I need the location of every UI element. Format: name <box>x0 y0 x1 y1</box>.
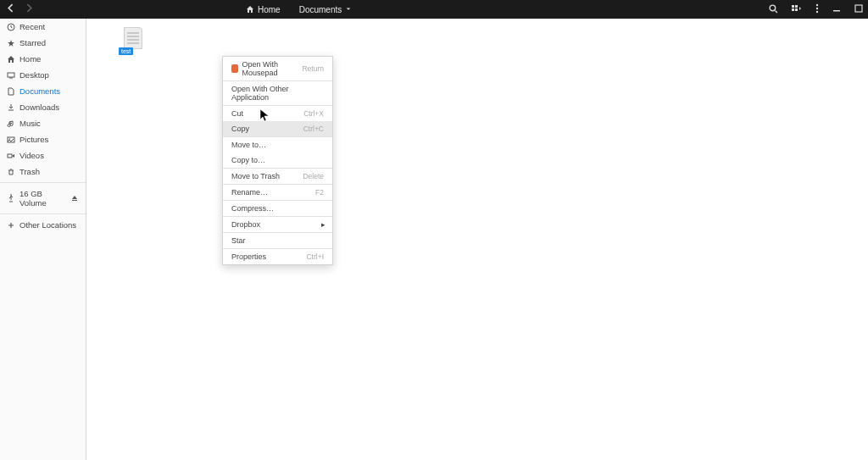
sidebar-divider <box>0 213 86 214</box>
ctx-cut[interactable]: CutCtrl+X <box>223 106 332 121</box>
svg-point-0 <box>770 5 776 11</box>
ctx-accel: Ctrl+I <box>306 252 324 261</box>
ctx-label: Compress… <box>231 204 274 213</box>
sidebar-other-locations[interactable]: Other Locations <box>0 217 86 233</box>
usb-icon <box>7 194 15 202</box>
home-icon <box>7 55 15 64</box>
eject-icon[interactable] <box>70 194 79 202</box>
sidebar-item-trash[interactable]: Trash <box>0 163 86 180</box>
nav-forward-button <box>24 3 33 14</box>
chevron-right-icon: ▸ <box>321 220 326 229</box>
ctx-label: Move to… <box>231 141 266 149</box>
ctx-accel: F2 <box>315 188 324 197</box>
ctx-label: Dropbox <box>231 220 260 229</box>
menu-button[interactable] <box>815 3 819 15</box>
breadcrumb-home[interactable]: Home <box>242 3 284 16</box>
file-label[interactable]: test <box>119 47 133 55</box>
sidebar-item-home[interactable]: Home <box>0 51 86 67</box>
ctx-accel: Ctrl+C <box>303 125 324 133</box>
minimize-button[interactable] <box>832 4 841 14</box>
breadcrumb-label: Home <box>258 5 281 14</box>
ctx-compress[interactable]: Compress… <box>223 201 332 216</box>
sidebar-item-music[interactable]: Music <box>0 115 86 131</box>
clock-icon <box>7 23 15 31</box>
ctx-label: Cut <box>231 109 243 118</box>
ctx-rename[interactable]: Rename…F2 <box>223 185 332 200</box>
file-item[interactable] <box>124 27 142 49</box>
ctx-open-with-app[interactable]: Open With Mousepad Return <box>223 57 332 80</box>
maximize-button[interactable] <box>854 4 863 14</box>
trash-icon <box>7 168 15 176</box>
ctx-label: Properties <box>231 252 266 261</box>
sidebar-item-label: 16 GB Volume <box>19 189 66 208</box>
svg-rect-3 <box>792 8 794 11</box>
svg-rect-2 <box>795 5 798 8</box>
arrow-right-icon <box>24 3 33 13</box>
ctx-open-other[interactable]: Open With Other Application <box>223 81 332 105</box>
star-icon <box>7 39 15 47</box>
sidebar-item-pictures[interactable]: Pictures <box>0 131 86 147</box>
sidebar-item-label: Recent <box>19 22 45 31</box>
sidebar-item-label: Trash <box>19 167 40 176</box>
home-icon <box>246 5 254 14</box>
search-button[interactable] <box>769 4 778 15</box>
ctx-move-to[interactable]: Move to… <box>223 137 332 152</box>
ctx-move-trash[interactable]: Move to TrashDelete <box>223 169 332 184</box>
ctx-label: Rename… <box>231 188 268 197</box>
svg-point-5 <box>816 4 818 6</box>
sidebar-item-recent[interactable]: Recent <box>0 19 86 35</box>
svg-point-6 <box>816 8 818 9</box>
kebab-icon <box>815 3 819 14</box>
breadcrumb-label: Documents <box>299 5 342 14</box>
svg-rect-14 <box>8 154 12 158</box>
sidebar-item-label: Documents <box>19 86 60 96</box>
nav-back-button[interactable] <box>7 3 16 14</box>
sidebar-item-starred[interactable]: Starred <box>0 35 86 51</box>
sidebar-item-label: Music <box>19 119 41 128</box>
sidebar-volume[interactable]: 16 GB Volume <box>0 186 86 211</box>
video-icon <box>7 152 15 160</box>
maximize-icon <box>854 4 863 13</box>
sidebar-item-label: Starred <box>19 38 46 47</box>
svg-rect-1 <box>792 5 794 8</box>
ctx-dropbox[interactable]: Dropbox▸ <box>223 217 332 232</box>
sidebar: RecentStarredHomeDesktopDocumentsDownloa… <box>0 19 86 460</box>
sidebar-item-documents[interactable]: Documents <box>0 83 86 99</box>
ctx-label: Open With Other Application <box>231 85 324 102</box>
ctx-label: Move to Trash <box>231 172 280 180</box>
sidebar-item-label: Downloads <box>19 103 59 112</box>
header-bar: Home Documents <box>0 0 868 19</box>
music-icon <box>7 119 15 128</box>
sidebar-item-label: Other Locations <box>19 220 76 230</box>
svg-point-7 <box>816 11 818 13</box>
ctx-copy-to[interactable]: Copy to… <box>223 152 332 168</box>
arrow-left-icon <box>7 3 16 13</box>
sidebar-item-downloads[interactable]: Downloads <box>0 99 86 115</box>
view-toggle-button[interactable] <box>792 4 802 14</box>
download-icon <box>7 103 15 112</box>
ctx-label: Open With Mousepad <box>242 60 298 77</box>
ctx-label: Star <box>231 236 246 245</box>
grid-icon <box>792 4 802 13</box>
sidebar-item-label: Videos <box>19 151 44 160</box>
ctx-properties[interactable]: PropertiesCtrl+I <box>223 249 332 264</box>
mousepad-icon <box>231 64 238 73</box>
context-menu: Open With Mousepad Return Open With Othe… <box>222 56 333 265</box>
desktop-icon <box>7 71 15 80</box>
sidebar-divider <box>0 182 86 183</box>
sidebar-item-videos[interactable]: Videos <box>0 147 86 163</box>
main-pane[interactable]: test Open With Mousepad Return Open With… <box>86 19 868 460</box>
search-icon <box>769 4 778 14</box>
sidebar-item-label: Home <box>19 54 41 64</box>
breadcrumb-current[interactable]: Documents <box>296 3 356 16</box>
svg-rect-11 <box>8 73 14 77</box>
svg-rect-8 <box>833 10 840 12</box>
ctx-accel: Delete <box>303 172 324 180</box>
ctx-label: Copy <box>231 125 249 133</box>
ctx-star[interactable]: Star <box>223 233 332 248</box>
minimize-icon <box>832 4 841 13</box>
ctx-copy[interactable]: CopyCtrl+C <box>223 121 332 136</box>
sidebar-item-desktop[interactable]: Desktop <box>0 67 86 83</box>
svg-rect-9 <box>855 5 862 12</box>
picture-icon <box>7 136 15 144</box>
